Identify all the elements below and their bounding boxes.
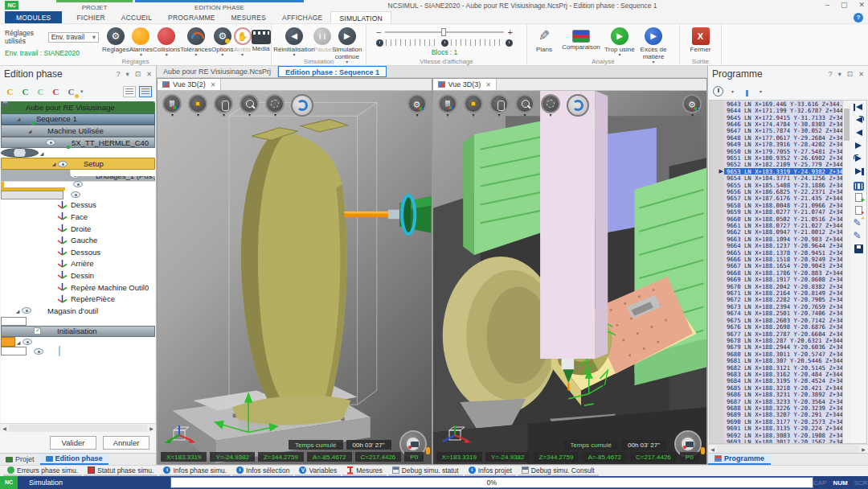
tab-affichage[interactable]: AFFICHAGE	[274, 11, 330, 23]
tree-item[interactable]: Séquence outil 1, outil N° 1 - (0%)	[1, 347, 27, 355]
tab-edition-phase[interactable]: Edition phase	[40, 454, 108, 465]
tree-item[interactable]: Repère Machine Outil0	[1, 281, 155, 294]
arrets-button[interactable]: Arrêts	[234, 26, 252, 56]
dock-tab[interactable]: Mesures	[342, 466, 387, 476]
view-settings-icon[interactable]	[682, 94, 702, 113]
tree-expander-icon[interactable]	[14, 308, 22, 314]
panel-pin-icon[interactable]	[135, 70, 141, 78]
machine-view-icon[interactable]	[162, 94, 182, 113]
visibility-eye-icon[interactable]	[58, 161, 68, 167]
programme-horizontal-scrollbar[interactable]: ◀ ▶	[708, 444, 868, 453]
visibility-eye-icon[interactable]	[22, 307, 31, 314]
calc-settings-icon[interactable]: C	[65, 86, 77, 98]
vue-3d2-tab[interactable]: Vue 3D(2)	[158, 79, 221, 90]
iso-view-cube-icon[interactable]	[188, 94, 207, 113]
tree-item[interactable]: Sequence 1	[1, 113, 155, 125]
dropdown-caret-icon[interactable]	[731, 88, 734, 94]
calc-red-icon[interactable]: C	[50, 86, 62, 98]
visibility-eye-icon[interactable]	[23, 339, 32, 345]
tree-item[interactable]: Part_2 (Pos. (2))	[1, 182, 65, 191]
options-button[interactable]: Options	[211, 26, 234, 56]
speed-plus-button[interactable]: +	[508, 29, 513, 35]
tree-item[interactable]: Face	[1, 211, 155, 223]
zoom-icon[interactable]	[240, 94, 259, 113]
tree-expander-icon[interactable]	[14, 116, 23, 121]
edit-icon[interactable]	[854, 232, 864, 240]
pause-button[interactable]: Pause	[313, 26, 332, 53]
go-last-icon[interactable]	[854, 167, 864, 176]
maximize-icon[interactable]	[841, 0, 848, 10]
dock-tab[interactable]: Variables	[295, 466, 341, 476]
tree-expander-icon[interactable]	[14, 339, 23, 345]
program-line[interactable]: 9693 LN X+188.3017 Y-20.1567 Z+344.18	[710, 438, 842, 443]
tab-fichier[interactable]: FICHIER	[68, 11, 113, 23]
visibility-eye-icon[interactable]	[34, 348, 43, 355]
help-icon[interactable]	[854, 13, 863, 23]
dock-tab[interactable]: Infos projet	[465, 466, 516, 476]
calc-green-icon[interactable]: C	[19, 86, 31, 98]
zoom-icon[interactable]	[515, 94, 534, 113]
speed-minus-button[interactable]: −	[376, 29, 381, 35]
selection-lasso-icon[interactable]	[265, 94, 285, 113]
annuler-button[interactable]: Annuler	[103, 436, 149, 450]
view-close-icon[interactable]	[211, 81, 216, 88]
dropdown-caret-icon[interactable]	[760, 88, 762, 94]
env-travail-dropdown[interactable]: Env. travail	[48, 32, 99, 43]
view-close-icon[interactable]	[485, 81, 491, 88]
remove-line-icon[interactable]	[855, 206, 862, 215]
scroll-left-icon[interactable]: ◀	[0, 425, 9, 431]
tree-item[interactable]: Aube pour RE Visiusinage.nc	[1, 337, 15, 347]
visibility-eye-icon[interactable]	[71, 191, 80, 198]
selection-lasso-icon[interactable]	[541, 94, 560, 113]
rotate-view-icon[interactable]	[291, 94, 313, 117]
dropdown-caret-icon[interactable]	[80, 88, 84, 95]
tree-item[interactable]: Droite	[1, 223, 155, 235]
vue-3d3-tab[interactable]: Vue 3D(3)	[433, 79, 497, 90]
gcode-list[interactable]: 9643 LN X+169.446 Y-33.616 Z+344.4836 96…	[710, 101, 842, 443]
rotate-view-icon[interactable]	[567, 94, 589, 117]
tree-item[interactable]: Initialisation	[1, 326, 155, 338]
tree-item[interactable]: Machine Utilisée	[1, 125, 155, 137]
tab-modules[interactable]: MODULES	[5, 11, 62, 23]
comparaison-button[interactable]: Comparaison	[558, 26, 604, 51]
reglages-button[interactable]: Réglages	[102, 26, 129, 53]
plans-button[interactable]: Plans	[530, 26, 558, 53]
tree-expander-icon[interactable]	[50, 161, 58, 166]
tree-item[interactable]: Aube pour RE Visiusinage	[1, 101, 155, 113]
tool-display-icon[interactable]	[489, 94, 509, 113]
calc-orange-icon[interactable]: C	[4, 86, 16, 98]
visibility-eye-icon[interactable]	[73, 181, 83, 187]
tree-item[interactable]: TABLE	[1, 148, 39, 158]
play-backward-icon[interactable]	[854, 129, 864, 138]
visibility-eye-icon[interactable]	[34, 327, 41, 335]
visibility-eye-icon[interactable]	[46, 139, 55, 146]
tab-projet[interactable]: Projet	[0, 454, 40, 465]
go-previous-block-icon[interactable]	[854, 116, 864, 125]
tree-expander-icon[interactable]	[38, 150, 46, 156]
dock-tab[interactable]: Statut phase simu.	[84, 466, 158, 476]
tolerances-button[interactable]: Tolérances	[180, 26, 211, 56]
tool-display-icon[interactable]	[214, 94, 233, 113]
tree-item[interactable]: Magasin d'outil	[1, 305, 155, 317]
valider-button[interactable]: Valider	[50, 436, 96, 450]
save-icon[interactable]	[854, 244, 863, 253]
fermer-button[interactable]: Fermer	[683, 26, 718, 53]
tree-item[interactable]: Dessous	[1, 246, 155, 258]
machine-view-icon[interactable]	[438, 94, 457, 113]
close-icon[interactable]	[858, 0, 865, 10]
doc-tab-project[interactable]: Aube pour RE Visiusinage.NcsPrj	[157, 66, 278, 77]
play-forward-icon[interactable]	[854, 142, 864, 150]
tab-programme[interactable]: Programme	[708, 454, 771, 465]
iso-view-cube-icon[interactable]	[464, 94, 483, 113]
trop-usine-button[interactable]: Trop usiné	[604, 26, 635, 56]
dock-tab[interactable]: Erreurs phase simu.	[3, 466, 82, 476]
dock-tab[interactable]: Debug simu. Consult	[518, 466, 599, 476]
tab-programme[interactable]: PROGRAMME	[160, 11, 223, 23]
panel-menu-icon[interactable]	[125, 70, 129, 78]
panel-pin-icon[interactable]	[847, 70, 853, 78]
tree-item[interactable]: Arrière	[1, 258, 155, 270]
dock-tab[interactable]: Infos phase simu.	[159, 466, 231, 476]
tree-item[interactable]: 5X_TT_HERMLE_C40	[1, 137, 155, 149]
programme-vertical-scrollbar[interactable]	[842, 101, 850, 443]
tree-item[interactable]: ProfileStock 1 (Pos.	[1, 191, 63, 199]
